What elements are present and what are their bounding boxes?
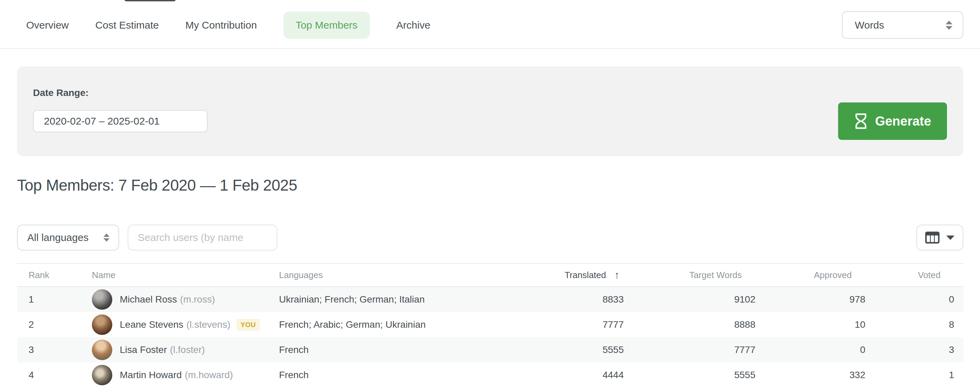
table-row: 4 Martin Howard (m.howard) French 4444 5… bbox=[17, 363, 963, 388]
filters-row: All languages bbox=[17, 225, 963, 251]
sort-ascending-icon: ↑ bbox=[610, 269, 624, 281]
col-header-approved[interactable]: Approved bbox=[756, 264, 865, 286]
report-tabs: Overview Cost Estimate My Contribution T… bbox=[26, 11, 963, 39]
avatar bbox=[92, 340, 112, 360]
select-arrows-icon bbox=[946, 21, 953, 30]
table-columns-icon bbox=[925, 231, 940, 244]
approved-cell: 978 bbox=[756, 287, 865, 312]
row-spacer bbox=[954, 287, 963, 312]
user-name: Leane Stevens bbox=[120, 319, 183, 330]
approved-cell: 0 bbox=[756, 337, 865, 363]
user-name: Michael Ross bbox=[120, 294, 177, 305]
target-words-cell: 9102 bbox=[624, 287, 756, 312]
languages-cell: French; Arabic; German; Ukrainian bbox=[279, 312, 469, 337]
language-filter-value: All languages bbox=[27, 232, 89, 243]
row-spacer bbox=[954, 363, 963, 388]
col-header-languages[interactable]: Languages bbox=[279, 264, 469, 286]
column-settings-button[interactable] bbox=[916, 225, 963, 251]
col-header-target-words[interactable]: Target Words bbox=[624, 264, 756, 286]
date-range-label: Date Range: bbox=[33, 87, 89, 99]
tab-overview[interactable]: Overview bbox=[26, 19, 69, 31]
tab-my-contribution[interactable]: My Contribution bbox=[185, 19, 257, 31]
rank-cell: 2 bbox=[17, 312, 90, 337]
divider bbox=[0, 48, 980, 49]
table-header: Rank Name Languages Translated ↑ Target … bbox=[17, 263, 963, 287]
target-words-cell: 7777 bbox=[624, 337, 756, 363]
languages-cell: French bbox=[279, 337, 469, 363]
user-name: Lisa Foster bbox=[120, 344, 167, 355]
search-input[interactable] bbox=[127, 225, 277, 251]
table-row: 2 Leane Stevens (l.stevens) YOU French; … bbox=[17, 312, 963, 337]
target-words-cell: 5555 bbox=[624, 363, 756, 388]
name-cell: Michael Ross (m.ross) bbox=[90, 287, 279, 312]
report-page: Overview Cost Estimate My Contribution T… bbox=[0, 0, 980, 388]
languages-cell: French bbox=[279, 363, 469, 388]
col-header-translated-label: Translated bbox=[565, 270, 606, 280]
table-row: 1 Michael Ross (m.ross) Ukrainian; Frenc… bbox=[17, 287, 963, 312]
name-cell: Martin Howard (m.howard) bbox=[90, 363, 279, 388]
user-login: (m.howard) bbox=[185, 370, 233, 380]
tab-archive[interactable]: Archive bbox=[396, 19, 430, 31]
cutoff-element bbox=[124, 0, 176, 2]
row-spacer bbox=[954, 337, 963, 363]
top-members-table: Rank Name Languages Translated ↑ Target … bbox=[17, 263, 963, 388]
translated-cell: 4444 bbox=[469, 363, 624, 388]
name-cell: Lisa Foster (l.foster) bbox=[90, 337, 279, 363]
row-spacer bbox=[954, 312, 963, 337]
generate-button[interactable]: Generate bbox=[838, 102, 947, 140]
avatar bbox=[92, 315, 112, 335]
hourglass-icon bbox=[854, 113, 868, 129]
avatar bbox=[92, 365, 112, 385]
user-name: Martin Howard bbox=[120, 370, 182, 380]
translated-cell: 8833 bbox=[469, 287, 624, 312]
tab-top-members[interactable]: Top Members bbox=[283, 11, 370, 39]
languages-cell: Ukrainian; French; German; Italian bbox=[279, 287, 469, 312]
table-row: 3 Lisa Foster (l.foster) French 5555 777… bbox=[17, 337, 963, 363]
unit-select-value: Words bbox=[855, 19, 884, 31]
page-title: Top Members: 7 Feb 2020 — 1 Feb 2025 bbox=[17, 176, 297, 194]
language-filter-select[interactable]: All languages bbox=[17, 225, 119, 251]
rank-cell: 4 bbox=[17, 363, 90, 388]
you-badge: YOU bbox=[237, 319, 260, 331]
caret-down-icon bbox=[946, 235, 955, 240]
voted-cell: 3 bbox=[865, 337, 954, 363]
col-header-spacer bbox=[954, 264, 963, 286]
translated-cell: 7777 bbox=[469, 312, 624, 337]
approved-cell: 332 bbox=[756, 363, 865, 388]
unit-select[interactable]: Words bbox=[842, 11, 963, 39]
name-cell: Leane Stevens (l.stevens) YOU bbox=[90, 312, 279, 337]
user-login: (l.foster) bbox=[170, 344, 205, 355]
generate-panel: Date Range: Generate bbox=[17, 66, 963, 156]
rank-cell: 3 bbox=[17, 337, 90, 363]
voted-cell: 1 bbox=[865, 363, 954, 388]
approved-cell: 10 bbox=[756, 312, 865, 337]
col-header-name[interactable]: Name bbox=[90, 264, 279, 286]
generate-button-label: Generate bbox=[875, 114, 931, 129]
translated-cell: 5555 bbox=[469, 337, 624, 363]
target-words-cell: 8888 bbox=[624, 312, 756, 337]
rank-cell: 1 bbox=[17, 287, 90, 312]
col-header-translated[interactable]: Translated ↑ bbox=[469, 264, 624, 286]
voted-cell: 0 bbox=[865, 287, 954, 312]
voted-cell: 8 bbox=[865, 312, 954, 337]
tab-cost-estimate[interactable]: Cost Estimate bbox=[95, 19, 159, 31]
col-header-rank[interactable]: Rank bbox=[17, 264, 90, 286]
select-arrows-icon bbox=[103, 234, 110, 242]
col-header-voted[interactable]: Voted bbox=[865, 264, 954, 286]
user-login: (l.stevens) bbox=[186, 319, 231, 330]
user-login: (m.ross) bbox=[180, 294, 215, 305]
avatar bbox=[92, 289, 112, 310]
date-range-input[interactable] bbox=[33, 110, 208, 132]
